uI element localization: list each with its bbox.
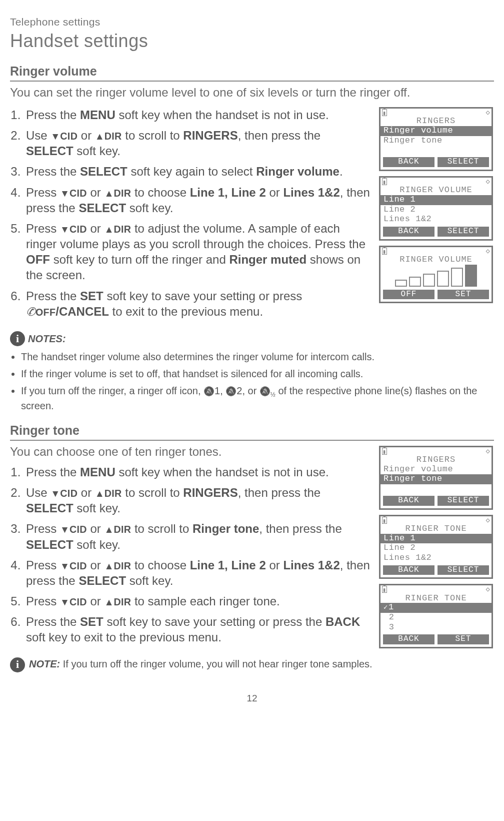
lcd-back-button: BACK xyxy=(383,565,434,575)
battery-icon xyxy=(382,248,387,255)
section-ringer-volume-intro: You can set the ringer volume level to o… xyxy=(10,85,494,100)
scroll-arrows-icon: ◇ xyxy=(486,109,490,117)
lcd-ringer-volume-bars: ◇ RINGER VOLUME OFF SET xyxy=(379,246,493,304)
bell-off-icon xyxy=(226,385,236,396)
volume-bars xyxy=(380,265,492,288)
down-arrow-icon xyxy=(50,486,60,499)
scroll-arrows-icon: ◇ xyxy=(486,448,490,455)
scroll-arrows-icon: ◇ xyxy=(486,586,490,593)
notes-list: The handset ringer volume also determine… xyxy=(10,350,494,412)
lcd-item-selected: Ringer volume xyxy=(380,126,492,136)
lcd-select-button: SELECT xyxy=(438,227,489,237)
battery-icon xyxy=(382,517,387,524)
lcd-item: 3 xyxy=(380,623,492,633)
down-arrow-icon xyxy=(60,222,70,235)
lcd-back-button: BACK xyxy=(383,157,434,167)
lcd-select-button: SELECT xyxy=(438,565,489,575)
scroll-arrows-icon: ◇ xyxy=(486,178,490,186)
battery-icon xyxy=(382,109,387,116)
step-2: Use CID or DIR to scroll to RINGERS, the… xyxy=(24,128,370,159)
lcd-select-button: SELECT xyxy=(438,496,489,506)
volume-bar xyxy=(409,277,421,287)
info-icon: i xyxy=(10,657,25,672)
lcd-ringer-volume-lines: ◇ RINGER VOLUME Line 1 Line 2 Lines 1&2 … xyxy=(379,176,493,241)
lcd-item: Line 2 xyxy=(380,543,492,553)
step-4: Press CID or DIR to choose Line 1, Line … xyxy=(24,185,370,216)
section-ringer-tone-heading: Ringer tone xyxy=(10,422,494,441)
lcd-ringers-menu-tone: ◇ RINGERS Ringer volume Ringer tone BACK… xyxy=(379,446,493,510)
lcd-item-selected: Line 1 xyxy=(380,534,492,544)
lcd-back-button: BACK xyxy=(383,227,434,237)
lcd-title: RINGERS xyxy=(380,117,492,126)
lcd-item: Ringer tone xyxy=(380,136,492,146)
up-arrow-icon xyxy=(95,129,104,142)
section-ringer-tone-intro: You can choose one of ten ringer tones. xyxy=(10,444,370,459)
lcd-set-button: SET xyxy=(438,634,489,644)
lcd-ringer-tone-lines: ◇ RINGER TONE Line 1 Line 2 Lines 1&2 BA… xyxy=(379,515,493,579)
bell-off-icon xyxy=(260,385,270,396)
lcd-ringers-menu: ◇ RINGERS Ringer volume Ringer tone BACK… xyxy=(379,107,493,171)
ringer-volume-steps: Press the MENU soft key when the handset… xyxy=(10,107,370,320)
lcd-item: Lines 1&2 xyxy=(380,553,492,563)
scroll-arrows-icon: ◇ xyxy=(486,517,490,524)
battery-icon xyxy=(382,448,387,455)
volume-bar xyxy=(437,271,449,287)
notes-label: i NOTES: xyxy=(10,331,494,346)
note-item: The handset ringer volume also determine… xyxy=(21,350,494,363)
lcd-ringer-tone-list: ◇ RINGER TONE 1 2 3 BACK SET xyxy=(379,584,493,648)
lcd-item-selected: 1 xyxy=(380,603,492,613)
step-3: Press the SELECT soft key again to selec… xyxy=(24,164,370,179)
note-item: If you turn off the ringer, a ringer off… xyxy=(21,384,494,412)
step-6: Press the SET soft key to save your sett… xyxy=(24,614,370,645)
lcd-set-button: SET xyxy=(438,290,489,300)
lcd-title: RINGER TONE xyxy=(380,594,492,603)
note-item: If the ringer volume is set to off, that… xyxy=(21,367,494,380)
lcd-title: RINGERS xyxy=(380,455,492,465)
lcd-item-selected: Ringer tone xyxy=(380,474,492,484)
lcd-item-selected: Line 1 xyxy=(380,195,492,205)
up-arrow-icon xyxy=(104,186,114,199)
step-6: Press the SET soft key to save your sett… xyxy=(24,288,370,320)
header-small: Telephone settings xyxy=(10,15,494,29)
lcd-item: Line 2 xyxy=(380,205,492,215)
volume-bar xyxy=(451,268,463,287)
phone-icon xyxy=(26,305,36,318)
section-ringer-volume-heading: Ringer volume xyxy=(10,63,494,82)
lcd-item: 2 xyxy=(380,613,492,623)
up-arrow-icon xyxy=(104,222,114,235)
check-icon xyxy=(384,602,388,612)
lcd-back-button: BACK xyxy=(383,496,434,506)
volume-bar-filled xyxy=(465,265,477,287)
down-arrow-icon xyxy=(50,129,60,142)
lcd-back-button: BACK xyxy=(383,634,434,644)
down-arrow-icon xyxy=(60,594,70,608)
note-single: i NOTE: If you turn off the ringer volum… xyxy=(10,657,494,672)
down-arrow-icon xyxy=(60,522,70,535)
volume-bar xyxy=(423,274,435,287)
lcd-off-button: OFF xyxy=(383,290,434,300)
up-arrow-icon xyxy=(104,594,114,608)
lcd-title: RINGER VOLUME xyxy=(380,255,492,265)
ringer-tone-steps: Press the MENU soft key when the handset… xyxy=(10,464,370,645)
step-2: Use CID or DIR to scroll to RINGERS, the… xyxy=(24,485,370,516)
battery-icon xyxy=(382,178,387,185)
down-arrow-icon xyxy=(60,186,70,199)
step-4: Press CID or DIR to choose Line 1, Line … xyxy=(24,557,370,588)
info-icon: i xyxy=(10,331,25,346)
step-1: Press the MENU soft key when the handset… xyxy=(24,464,370,480)
bell-off-icon xyxy=(204,385,214,396)
header-large: Handset settings xyxy=(10,30,494,53)
page-number: 12 xyxy=(10,692,494,705)
lcd-item: Ringer volume xyxy=(380,465,492,475)
battery-icon xyxy=(382,586,387,593)
lcd-item: Lines 1&2 xyxy=(380,215,492,225)
up-arrow-icon xyxy=(95,486,104,499)
step-5: Press CID or DIR to adjust the volume. A… xyxy=(24,221,370,283)
lcd-title: RINGER TONE xyxy=(380,524,492,534)
step-5: Press CID or DIR to sample each ringer t… xyxy=(24,593,370,609)
volume-bar xyxy=(395,280,407,287)
step-1: Press the MENU soft key when the handset… xyxy=(24,107,370,123)
scroll-arrows-icon: ◇ xyxy=(486,248,490,255)
lcd-title: RINGER VOLUME xyxy=(380,186,492,195)
up-arrow-icon xyxy=(104,522,114,535)
